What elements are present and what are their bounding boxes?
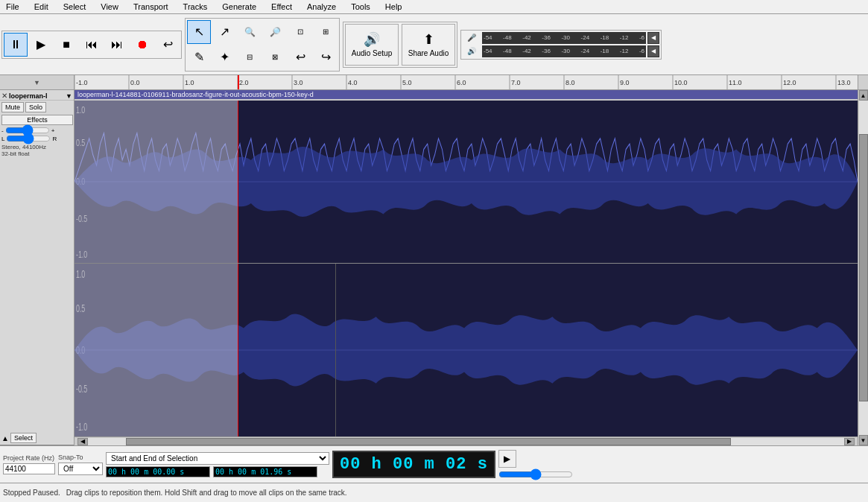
v-scroll-thumb[interactable] xyxy=(859,134,868,401)
pan-slider[interactable] xyxy=(6,135,51,142)
svg-text:2.0: 2.0 xyxy=(239,79,249,86)
playback-speed-group: ▶ xyxy=(498,450,573,480)
play-button[interactable]: ▶ xyxy=(29,33,53,57)
trim-button[interactable]: ⊟ xyxy=(238,45,262,69)
playback-meter-row: 🔊 -54 -48 -42 -36 -30 -24 -18 -12 -6 ◀ xyxy=(463,45,659,57)
track-close-button[interactable]: ✕ xyxy=(1,92,7,100)
waveform-svg-lower: 1.0 0.5 0.0 -0.5 -1.0 xyxy=(75,264,858,436)
volume-row: - + L R xyxy=(0,126,74,143)
meters-group: 🎤 -54 -48 -42 -36 -30 -24 -18 -12 -6 ◀ 🔊 xyxy=(460,30,662,60)
upper-channel[interactable]: looperman-l-1414881-0106911-bradosanz-fi… xyxy=(75,90,858,264)
tools-row-2: ✎ ✦ ⊟ ⊠ ↩ ↪ xyxy=(187,45,338,69)
svg-text:0.0: 0.0 xyxy=(130,79,140,86)
effects-button[interactable]: Effects xyxy=(1,115,73,125)
audio-setup-button[interactable]: 🔊 Audio Setup xyxy=(345,24,399,66)
scroll-left-button[interactable]: ◀ xyxy=(77,438,88,445)
playback-meter: -54 -48 -42 -36 -30 -24 -18 -12 -6 xyxy=(482,45,646,57)
selection-start-input[interactable] xyxy=(106,466,210,477)
speaker-icon[interactable]: 🔊 xyxy=(463,45,481,57)
project-rate-input[interactable] xyxy=(3,463,55,474)
menu-tracks[interactable]: Tracks xyxy=(180,1,211,12)
playback-meter-expand[interactable]: ◀ xyxy=(647,45,659,57)
select-button[interactable]: Select xyxy=(10,433,37,443)
menu-file[interactable]: File xyxy=(3,1,22,12)
track-collapse-button[interactable]: ▲ xyxy=(1,434,9,442)
svg-text:-0.5: -0.5 xyxy=(76,213,87,223)
menu-effect[interactable]: Effect xyxy=(268,1,295,12)
v-scroll-track[interactable] xyxy=(859,101,868,435)
toolbar-area: ⏸ ▶ ■ ⏮ ⏭ ⏺ ↩ ↖ ↗ 🔍 🔎 ⊡ ⊞ ✎ ✦ xyxy=(0,14,868,75)
svg-text:12.0: 12.0 xyxy=(783,79,796,86)
svg-text:1.0: 1.0 xyxy=(185,79,194,86)
svg-text:9.0: 9.0 xyxy=(620,79,630,86)
forward-button[interactable]: ⏭ xyxy=(105,33,129,57)
v-scrollbar[interactable]: ▲ ▼ xyxy=(858,90,868,445)
pause-button[interactable]: ⏸ xyxy=(4,33,28,57)
track-bottom-controls: ▲ Select xyxy=(1,433,37,443)
status-right: Drag clips to reposition them. Hold Shif… xyxy=(66,489,347,497)
track-controls: ✕ looperman-l ▼ Mute Solo Effects - + xyxy=(0,90,74,445)
menu-analyze[interactable]: Analyze xyxy=(304,1,339,12)
tools-row-1: ↖ ↗ 🔍 🔎 ⊡ ⊞ xyxy=(187,20,338,44)
silence-button[interactable]: ⊠ xyxy=(263,45,287,69)
svg-text:6.0: 6.0 xyxy=(457,79,466,86)
envelope-tool-button[interactable]: ↗ xyxy=(212,20,236,44)
playback-play-button[interactable]: ▶ xyxy=(498,450,516,468)
ruler-timeline[interactable]: -1.0 0.0 1.0 2.0 3.0 4.0 5.0 6.0 7.0 8.0… xyxy=(75,75,858,89)
record-meter: -54 -48 -42 -36 -30 -24 -18 -12 -6 xyxy=(482,32,646,44)
main-content: ✕ looperman-l ▼ Mute Solo Effects - + xyxy=(0,90,868,445)
menu-transport[interactable]: Transport xyxy=(130,1,171,12)
scroll-right-button[interactable]: ▶ xyxy=(844,438,855,445)
scroll-track[interactable] xyxy=(88,438,844,445)
h-scrollbar[interactable]: ◀ ▶ xyxy=(75,436,858,445)
selection-mode-select[interactable]: Start and End of Selection xyxy=(106,452,329,465)
zoom-toggle-button[interactable]: ⊞ xyxy=(314,20,338,44)
multi-tool-button[interactable]: ✦ xyxy=(212,45,236,69)
playback-speed-slider[interactable] xyxy=(498,469,573,480)
loop-button[interactable]: ↩ xyxy=(156,33,180,57)
mic-icon[interactable]: 🎤 xyxy=(463,32,481,44)
solo-button[interactable]: Solo xyxy=(25,102,46,112)
selection-end-input[interactable] xyxy=(213,466,317,477)
track-expand-icon[interactable]: ▼ xyxy=(66,92,72,100)
select-tool-button[interactable]: ↖ xyxy=(187,20,211,44)
stop-button[interactable]: ■ xyxy=(54,33,78,57)
svg-text:1.0: 1.0 xyxy=(76,105,85,115)
svg-text:0.5: 0.5 xyxy=(76,137,85,147)
rewind-button[interactable]: ⏮ xyxy=(80,33,104,57)
track-waveform-area: looperman-l-1414881-0106911-bradosanz-fi… xyxy=(75,90,858,445)
menu-select[interactable]: Select xyxy=(60,1,89,12)
transport-row-1: ⏸ ▶ ■ ⏮ ⏭ ⏺ ↩ xyxy=(4,33,180,57)
status-bar: Stopped Paused. Drag clips to reposition… xyxy=(0,483,868,502)
clip-title-upper: looperman-l-1414881-0106911-bradosanz-fi… xyxy=(75,90,858,99)
mute-button[interactable]: Mute xyxy=(1,102,24,112)
svg-text:10.0: 10.0 xyxy=(674,79,688,86)
project-rate-group: Project Rate (Hz) xyxy=(3,454,55,474)
menu-edit[interactable]: Edit xyxy=(31,1,51,12)
fit-project-button[interactable]: ⊡ xyxy=(288,20,312,44)
time-display: 00 h 00 m 02 s xyxy=(332,451,495,478)
zoom-out-button[interactable]: 🔎 xyxy=(263,20,287,44)
scroll-thumb[interactable] xyxy=(126,438,731,445)
ruler: ▼ -1.0 0.0 1.0 2.0 3.0 4.0 5.0 6.0 7.0 8… xyxy=(0,75,868,90)
mute-solo-row: Mute Solo xyxy=(0,101,74,114)
menu-view[interactable]: View xyxy=(98,1,121,12)
scroll-up-button[interactable]: ▲ xyxy=(859,90,868,101)
record-meter-expand[interactable]: ◀ xyxy=(647,32,659,44)
svg-text:7.0: 7.0 xyxy=(511,79,521,86)
record-button[interactable]: ⏺ xyxy=(130,33,154,57)
menu-help[interactable]: Help xyxy=(382,1,405,12)
draw-tool-button[interactable]: ✎ xyxy=(187,45,211,69)
undo-button[interactable]: ↩ xyxy=(288,45,312,69)
menu-generate[interactable]: Generate xyxy=(219,1,259,12)
snap-to-select[interactable]: Off xyxy=(58,463,103,475)
snap-to-group: Snap-To Off xyxy=(58,454,103,475)
zoom-in-button[interactable]: 🔍 xyxy=(238,20,262,44)
lower-channel[interactable]: 1.0 0.5 0.0 -0.5 -1.0 xyxy=(75,264,858,436)
svg-text:4.0: 4.0 xyxy=(348,79,358,86)
share-audio-button[interactable]: ⬆ Share Audio xyxy=(402,24,455,66)
menu-tools[interactable]: Tools xyxy=(348,1,373,12)
scroll-down-button[interactable]: ▼ xyxy=(859,435,868,445)
svg-text:0.5: 0.5 xyxy=(76,302,85,314)
redo-button[interactable]: ↪ xyxy=(314,45,338,69)
